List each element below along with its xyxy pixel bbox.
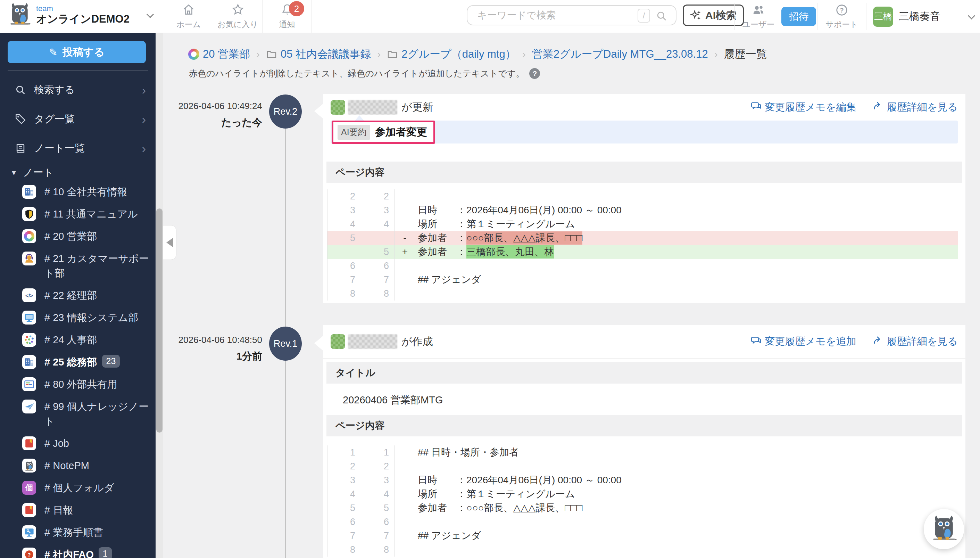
breadcrumb-item[interactable]: 05 社内会議議事録 <box>281 47 371 61</box>
edit-memo-link[interactable]: 変更履歴メモを編集 <box>751 100 856 114</box>
history-detail-link[interactable]: 履歴詳細を見る <box>872 100 958 114</box>
nav-favorites[interactable]: お気に入り <box>213 0 263 33</box>
diff-row: 11## 日時・場所・参加者 <box>327 445 958 460</box>
revision-datetime: 2026-04-06 10:48:50 <box>163 335 262 345</box>
chat-support-widget[interactable] <box>924 509 964 549</box>
post-button-label: 投稿する <box>62 45 105 59</box>
diff-sign <box>395 203 415 217</box>
search-input[interactable] <box>468 6 627 25</box>
add-memo-link[interactable]: 変更履歴メモを追加 <box>751 335 856 348</box>
breadcrumb-item[interactable]: 営業2グループDaily MTG__23.08.12 <box>532 47 708 61</box>
sidebar-item-search[interactable]: 検索する› <box>0 75 155 105</box>
diff-sign <box>395 501 415 515</box>
card-notch <box>314 336 323 351</box>
diff-sign <box>395 487 415 501</box>
users-nav-item[interactable]: ユーザー <box>736 0 780 33</box>
note-plane-icon <box>22 400 36 414</box>
sidebar-note-item[interactable]: # 80 外部共有用 <box>0 373 155 396</box>
note-label: # NotePM <box>44 460 89 471</box>
line-number-new: 6 <box>361 259 395 273</box>
team-name: オンラインDEMO2 <box>36 13 129 25</box>
line-number-old: 2 <box>327 189 361 203</box>
help-question-icon[interactable]: ? <box>529 68 540 79</box>
line-text: 日時 ：2026年04月06日(月) 00:00 ～ 00:00 <box>415 203 622 217</box>
note-label: # 24 人事部 <box>44 334 97 345</box>
post-button[interactable]: ✎ 投稿する <box>8 41 146 63</box>
sidebar-note-item[interactable]: # 20 営業部 <box>0 225 155 247</box>
revision-links: 変更履歴メモを追加履歴詳細を見る <box>751 335 958 348</box>
sparkle-icon <box>690 9 702 21</box>
sidebar-note-item[interactable]: # 日報 <box>0 499 155 521</box>
search-icon[interactable] <box>656 10 668 23</box>
nav-home[interactable]: ホーム <box>164 0 213 33</box>
sidebar-note-item[interactable]: # 21 カスタマーサポート部 <box>0 247 155 284</box>
svg-text:?: ? <box>28 552 31 558</box>
diff-sign: + <box>395 245 415 259</box>
sidebar-note-item[interactable]: # 23 情報システム部 <box>0 307 155 329</box>
history-detail-label: 履歴詳細を見る <box>887 100 958 114</box>
sidebar-note-item[interactable]: # NotePM <box>0 455 155 477</box>
note-label: # 日報 <box>44 504 73 515</box>
note-window-icon <box>22 377 36 391</box>
diff-row: 66 <box>327 515 958 529</box>
sidebar-note-item[interactable]: # 99 個人ナレッジノート <box>0 396 155 432</box>
line-number-new: 2 <box>361 189 395 203</box>
diff-row: 33日時 ：2026年04月06日(月) 00:00 ～ 00:00 <box>327 203 958 217</box>
share-icon <box>872 100 883 114</box>
comment-icon <box>751 100 762 114</box>
note-ring-icon <box>188 49 200 60</box>
diff-row: 33日時 ：2026年04月06日(月) 00:00 ～ 00:00 <box>327 473 958 487</box>
sidebar-item-label: 検索する <box>34 83 75 97</box>
nav-notifications[interactable]: 通知2 <box>263 0 312 33</box>
line-number-old <box>327 245 361 259</box>
sidebar-note-item[interactable]: </># 22 経理部 <box>0 284 155 307</box>
diff-row: 66 <box>327 259 958 273</box>
sidebar-scrollbar-thumb[interactable] <box>156 208 162 433</box>
app-header: team オンラインDEMO2 ホームお気に入り通知2 / AI検索 <box>0 0 980 33</box>
sidebar-note-item[interactable]: # 業務手順書 <box>0 521 155 543</box>
revision-card: が更新変更履歴メモを編集履歴詳細を見るAI要約参加者変更ページ内容2233日時 … <box>323 94 965 303</box>
team-switcher[interactable]: team オンラインDEMO2 <box>8 2 129 28</box>
sidebar-note-item[interactable]: # 11 共通マニュアル <box>0 203 155 225</box>
slash-shortcut-key: / <box>638 9 650 23</box>
diff-sign <box>395 473 415 487</box>
sidebar-item-notes[interactable]: ノート一覧› <box>0 134 155 163</box>
top-nav: ホームお気に入り通知2 <box>164 0 312 33</box>
sidebar-note-item[interactable]: # 24 人事部 <box>0 329 155 351</box>
sidebar-note-item[interactable]: # 10 全社共有情報 <box>0 181 155 203</box>
sidebar-note-item[interactable]: # Job <box>0 432 155 455</box>
team-chevron-down-icon[interactable] <box>147 11 154 18</box>
diff-sign <box>395 460 415 473</box>
revision-timestamp: 2026-04-06 10:48:501分前 <box>163 335 262 363</box>
history-detail-link[interactable]: 履歴詳細を見る <box>872 335 958 348</box>
team-info: team オンラインDEMO2 <box>36 5 129 25</box>
breadcrumb-item: 履歴一覧 <box>724 47 767 61</box>
sidebar-note-item[interactable]: # 25 総務部23 <box>0 351 155 373</box>
sidebar-item-tags[interactable]: タグ一覧› <box>0 105 155 134</box>
breadcrumb-item[interactable]: 2グループ（daily mtg） <box>401 47 516 61</box>
sidebar-divider <box>8 70 148 71</box>
line-text <box>415 543 418 556</box>
user-chevron-down-icon[interactable] <box>968 12 975 20</box>
unread-badge: 23 <box>102 355 120 368</box>
note-label: # 22 経理部 <box>44 290 97 301</box>
support-nav-item[interactable]: ? サポート <box>820 0 864 33</box>
line-number-old: 3 <box>327 473 361 487</box>
sidebar-note-item[interactable]: ?# 社内FAQ1 <box>0 543 155 558</box>
note-tree-label: ノート <box>23 166 54 180</box>
users-icon <box>752 3 765 18</box>
breadcrumb-item[interactable]: 20 営業部 <box>203 47 250 61</box>
invite-button[interactable]: 招待 <box>781 7 816 26</box>
sidebar-collapse-toggle[interactable] <box>163 225 177 260</box>
line-text: 日時 ：2026年04月06日(月) 00:00 ～ 00:00 <box>415 473 622 487</box>
note-tree-header[interactable]: ▼ ノート <box>10 166 54 180</box>
sidebar-item-label: ノート一覧 <box>34 141 85 155</box>
header-divider <box>817 3 818 30</box>
line-number-old: 4 <box>327 487 361 501</box>
diff-row: 77## アジェンダ <box>327 529 958 543</box>
notepm-logo-owl-icon <box>8 2 31 28</box>
sidebar-note-item[interactable]: 個# 個人フォルダ <box>0 477 155 499</box>
breadcrumb: 20 営業部›05 社内会議議事録›2グループ（daily mtg）›営業2グル… <box>188 47 767 61</box>
revision-relative-time: たった今 <box>163 116 262 130</box>
user-menu[interactable]: 三橋 三橋奏音 <box>873 0 941 33</box>
